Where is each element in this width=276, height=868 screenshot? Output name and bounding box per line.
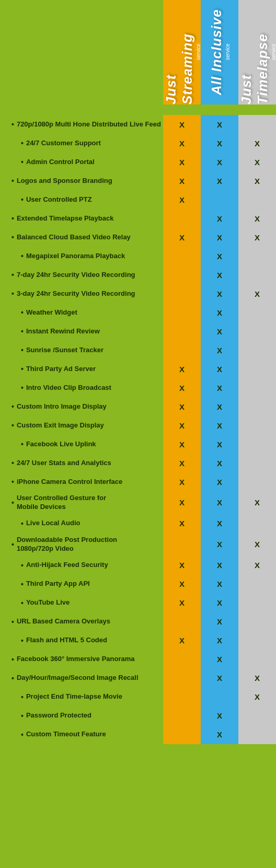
feature-row-6: •Balanced Cloud Based Video RelayXXX [0,228,276,247]
feature-row-13: •Third Party Ad ServerXX [0,360,276,378]
feature-row-4: •User Controlled PTZX [0,190,276,209]
streaming-header-inner: Just Streaming service [163,0,201,105]
bullet-11: • [21,327,24,335]
label-area-7: •Megapixel Panorama Playback [0,247,163,265]
bullet-17: • [21,440,24,448]
cell-timelapse-9: X [238,284,276,303]
cell-streaming-19: X [163,472,201,491]
cell-inclusive-6: X [201,228,238,247]
label-area-14: •Intro Video Clip Broadcast [0,378,163,397]
cell-streaming-7 [163,247,201,265]
bullet-25: • [21,599,24,607]
label-area-1: •24/7 Customer Support [0,134,163,153]
cell-streaming-16: X [163,416,201,435]
feature-row-17: •Facebook Live UplinkXX [0,435,276,454]
cell-streaming-2: X [163,153,201,171]
label-area-28: •Facebook 360° Immersive Panorama [0,650,163,669]
bullet-9: • [12,290,14,298]
cell-inclusive-31: X [201,707,238,725]
label-area-3: •Logos and Sponsor Branding [0,171,163,190]
cell-streaming-3: X [163,171,201,190]
cell-streaming-25: X [163,594,201,612]
cell-streaming-13: X [163,360,201,378]
main-container: Just Streaming service All Inclusive ser… [0,0,276,744]
feature-row-28: •Facebook 360° Immersive PanoramaX [0,650,276,669]
feature-label-5: Extended Timelapse Playback [17,214,113,223]
label-area-27: •Flash and HTML 5 Coded [0,631,163,650]
cell-timelapse-4 [238,190,276,209]
cell-timelapse-12 [238,341,276,360]
header-spacer [0,0,163,105]
cell-streaming-6: X [163,228,201,247]
cell-inclusive-32: X [201,725,238,744]
label-area-9: •3-day 24hr Security Video Recording [0,284,163,303]
feature-label-30: Project End Time-lapse Movie [26,692,122,701]
feature-label-28: Facebook 360° Immersive Panorama [17,655,135,664]
bullet-0: • [12,120,14,129]
bullet-18: • [12,459,14,467]
cell-timelapse-5: X [238,209,276,228]
bullet-16: • [12,421,14,430]
cell-inclusive-28: X [201,650,238,669]
label-area-31: •Password Protected [0,707,163,725]
bullet-15: • [12,402,14,411]
cell-inclusive-26: X [201,612,238,631]
cell-streaming-27: X [163,631,201,650]
cell-streaming-29 [163,669,201,688]
cell-inclusive-24: X [201,575,238,594]
cell-inclusive-23: X [201,556,238,575]
feature-row-12: •Sunrise /Sunset TrackerX [0,341,276,360]
cell-streaming-24: X [163,575,201,594]
label-area-8: •7-day 24hr Security Video Recording [0,265,163,284]
feature-label-12: Sunrise /Sunset Tracker [26,346,104,355]
timelapse-brand: Just Timelapse [238,0,271,105]
cell-timelapse-0 [238,115,276,134]
cell-timelapse-18 [238,454,276,472]
cell-inclusive-4 [201,190,238,209]
feature-row-20: •User Controlled Gesture forMobile Devic… [0,491,276,514]
feature-label-6: Balanced Cloud Based Video Relay [17,233,131,242]
cell-inclusive-5: X [201,209,238,228]
bullet-14: • [21,384,24,392]
cell-timelapse-6: X [238,228,276,247]
feature-label-4: User Controlled PTZ [26,195,92,204]
section-title-row [0,105,276,115]
label-area-26: •URL Based Camera Overlays [0,612,163,631]
feature-label-3: Logos and Sponsor Branding [17,177,112,186]
cell-timelapse-17 [238,435,276,454]
feature-row-18: •24/7 User Stats and AnalyticsXX [0,454,276,472]
streaming-sub: service [196,43,201,60]
cell-timelapse-1: X [238,134,276,153]
cell-timelapse-25 [238,594,276,612]
bullet-30: • [21,693,24,701]
cell-inclusive-16: X [201,416,238,435]
feature-row-21: •Live Local AudioXX [0,514,276,533]
bullet-4: • [21,195,24,204]
cell-inclusive-0: X [201,115,238,134]
bullet-29: • [12,674,14,682]
feature-row-5: •Extended Timelapse PlaybackXX [0,209,276,228]
feature-label-18: 24/7 User Stats and Analytics [17,459,111,468]
cell-inclusive-10: X [201,303,238,322]
label-area-19: •iPhone Camera Control Interface [0,472,163,491]
bullet-6: • [12,233,14,241]
cell-timelapse-2: X [238,153,276,171]
cell-timelapse-8 [238,265,276,284]
feature-row-1: •24/7 Customer SupportXXX [0,134,276,153]
feature-row-29: •Day/Hour/Image/Second Image RecallXX [0,669,276,688]
cell-streaming-21: X [163,514,201,533]
feature-label-0: 720p/1080p Multi Hone Distributed Live F… [17,120,161,129]
feature-label-31: Password Protected [26,711,91,720]
feature-row-22: •Downloadable Post Production1080p/720p … [0,533,276,556]
cell-inclusive-3: X [201,171,238,190]
cell-inclusive-8: X [201,265,238,284]
cell-streaming-15: X [163,397,201,416]
feature-row-11: •Instant Rewind ReviewX [0,322,276,341]
cell-inclusive-7: X [201,247,238,265]
cell-inclusive-12: X [201,341,238,360]
cell-streaming-5 [163,209,201,228]
bullet-5: • [12,214,14,223]
feature-label-24: Third Party App API [26,580,90,588]
bullet-28: • [12,655,14,664]
timelapse-sub: service [271,43,277,60]
